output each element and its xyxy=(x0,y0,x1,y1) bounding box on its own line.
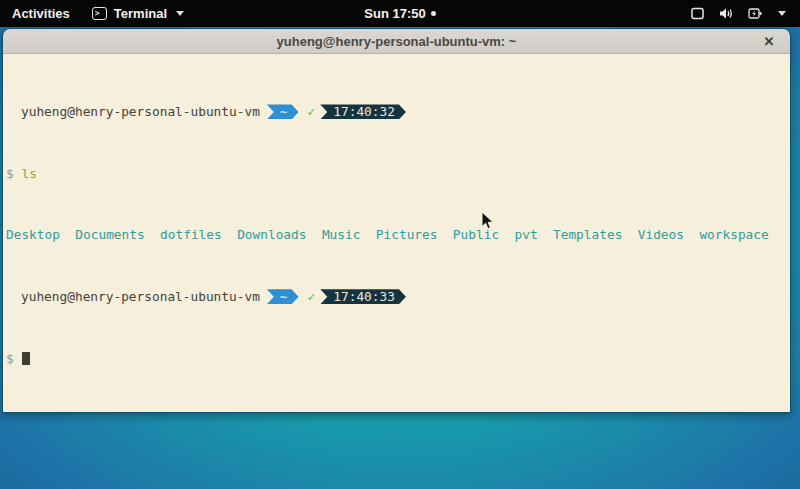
prompt-line: yuheng@henry-personal-ubuntu-vm ~ ✓ 17:4… xyxy=(6,104,790,119)
terminal-icon: > xyxy=(92,7,107,20)
terminal-cursor xyxy=(22,352,30,365)
chevron-down-icon xyxy=(778,11,786,16)
prompt-symbol: $ xyxy=(6,166,14,181)
clock-label: Sun 17:50 xyxy=(364,6,425,21)
window-title: yuheng@henry-personal-ubuntu-vm: ~ xyxy=(277,34,517,49)
window-titlebar[interactable]: yuheng@henry-personal-ubuntu-vm: ~ ✕ xyxy=(3,29,790,54)
command-line: $ xyxy=(6,351,790,366)
volume-icon xyxy=(718,6,734,21)
prompt-user-host: yuheng@henry-personal-ubuntu-vm xyxy=(21,104,260,119)
prompt-time-badge: 17:40:32 xyxy=(320,104,406,119)
prompt-line: yuheng@henry-personal-ubuntu-vm ~ ✓ 17:4… xyxy=(6,289,790,304)
prompt-symbol: $ xyxy=(6,351,14,366)
notification-dot-icon xyxy=(431,11,436,16)
clock-button[interactable]: Sun 17:50 xyxy=(364,6,435,21)
activities-button[interactable]: Activities xyxy=(0,0,82,27)
prompt-time-badge: 17:40:33 xyxy=(320,289,406,304)
ls-output-line: Desktop Documents dotfiles Downloads Mus… xyxy=(6,227,790,242)
terminal-window: yuheng@henry-personal-ubuntu-vm: ~ ✕ yuh… xyxy=(2,28,791,413)
display-icon xyxy=(690,6,705,21)
close-button[interactable]: ✕ xyxy=(756,29,782,54)
activities-label: Activities xyxy=(12,6,70,21)
app-menu-label: Terminal xyxy=(114,6,167,21)
chevron-down-icon xyxy=(176,11,184,16)
command-line: $ ls xyxy=(6,166,790,181)
system-status-area[interactable] xyxy=(690,0,800,27)
top-bar: Activities > Terminal Sun 17:50 xyxy=(0,0,800,27)
typed-command: ls xyxy=(14,166,37,181)
status-check-icon: ✓ xyxy=(308,289,316,304)
battery-charging-icon xyxy=(747,6,763,21)
prompt-path-segment: ~ xyxy=(267,104,299,119)
status-check-icon: ✓ xyxy=(308,104,316,119)
prompt-path-segment: ~ xyxy=(267,289,299,304)
app-menu-terminal[interactable]: > Terminal xyxy=(82,0,194,27)
terminal-content[interactable]: yuheng@henry-personal-ubuntu-vm ~ ✓ 17:4… xyxy=(3,54,790,412)
prompt-user-host: yuheng@henry-personal-ubuntu-vm xyxy=(21,289,260,304)
